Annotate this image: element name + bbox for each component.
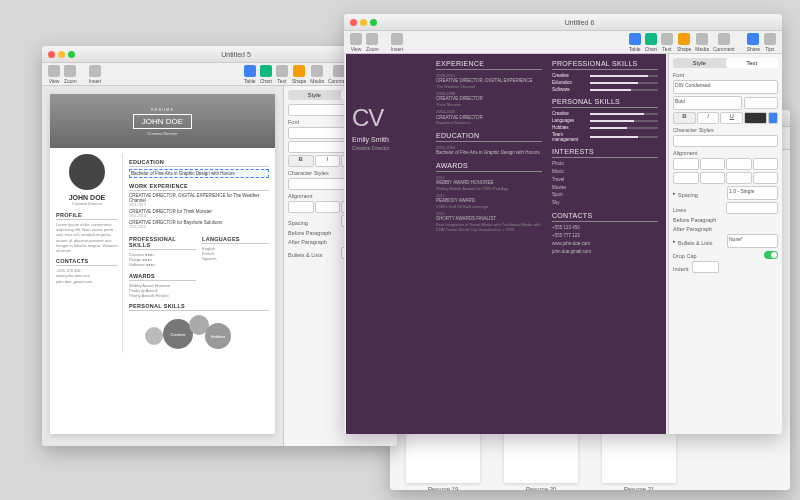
dropcap-toggle[interactable] <box>764 251 778 259</box>
cv-edu-heading: Education <box>436 132 542 142</box>
toolbar-zoom-button[interactable]: Zoom <box>366 33 379 52</box>
toolbar-view-button[interactable]: View <box>350 33 362 52</box>
canvas-1[interactable]: RESUME JOHN DOE Creative Director JOHN D… <box>42 86 283 446</box>
gallery-item-label: Resume 20 <box>526 486 557 490</box>
minimize-icon[interactable] <box>58 51 65 58</box>
hero-subtitle: RESUME <box>151 107 174 112</box>
close-icon[interactable] <box>350 19 357 26</box>
toolbar-table-button[interactable]: Table <box>244 65 256 84</box>
cv-contact-item: john.doe.gmail.com <box>552 249 658 255</box>
lines-input[interactable] <box>726 202 779 214</box>
toolbar-comment-button[interactable]: Comment <box>713 33 735 52</box>
before-para-label: Before Paragraph <box>673 217 778 223</box>
canvas-2[interactable]: CV Emily Smith Creative Director Experie… <box>344 54 668 434</box>
spacing-label: Spacing <box>678 192 725 198</box>
profile-text: Lorem ipsum dolor, consectetur adipiscin… <box>56 222 118 253</box>
toolbar-view-button[interactable]: View <box>48 65 60 84</box>
spacing-select[interactable]: 1.0 - Single <box>727 186 778 200</box>
cv-pers-heading: Personal Skills <box>552 98 658 108</box>
hero-role: Creative Director <box>147 131 177 136</box>
profile-name: JOHN DOE <box>56 194 118 201</box>
titlebar-2[interactable]: Untitled 6 <box>344 14 782 31</box>
zoom-icon[interactable] <box>370 19 377 26</box>
valign-top-button[interactable] <box>726 172 752 184</box>
align-center-button[interactable] <box>700 158 726 170</box>
align-left-button[interactable] <box>673 158 699 170</box>
bubble-hobbies: Hobbies <box>205 323 231 349</box>
bold-button[interactable]: B <box>673 112 696 124</box>
profile-heading: PROFILE <box>56 212 118 220</box>
toolbar-media-button[interactable]: Media <box>695 33 709 52</box>
zoom-icon[interactable] <box>68 51 75 58</box>
skill-row: Hobbies <box>552 125 658 130</box>
inspector-tabs[interactable]: Style Text <box>673 58 778 68</box>
bullets-label: Bullets & Lists <box>288 252 339 258</box>
char-style-select[interactable] <box>673 135 778 147</box>
contact-item: john-doe_gmail.com <box>56 279 118 284</box>
toolbar-zoom-button[interactable]: Zoom <box>64 65 77 84</box>
font-weight-select[interactable]: Bold <box>673 96 742 110</box>
color-button[interactable] <box>744 112 767 124</box>
cv-cont-heading: Contacts <box>552 212 658 222</box>
award-item: Shorty Awards Finalist <box>129 293 196 298</box>
tab-style[interactable]: Style <box>673 58 726 68</box>
toolbar-tips-button[interactable]: Tips <box>764 33 776 52</box>
align-center-button[interactable] <box>315 201 341 213</box>
italic-button[interactable]: I <box>697 112 720 124</box>
interest-item: Sport <box>552 192 658 198</box>
close-icon[interactable] <box>48 51 55 58</box>
cv-page: CV Emily Smith Creative Director Experie… <box>346 54 666 434</box>
align-justify-button[interactable] <box>753 158 779 170</box>
gear-icon[interactable] <box>768 112 778 124</box>
interest-item: Travel <box>552 177 658 183</box>
indent-input[interactable] <box>692 261 719 273</box>
education-heading: EDUCATION <box>129 159 269 167</box>
toolbar-insert-button[interactable]: Insert <box>89 65 102 84</box>
toolbar-share-button[interactable]: Share <box>747 33 760 52</box>
cv-exp-item: 2004-2006CREATIVE DIRECTORBayshore Solut… <box>436 109 542 125</box>
editor-window-2: Untitled 6 ViewZoomInsertTableChartTextS… <box>344 14 782 434</box>
font-family-select[interactable]: DIN Condensed <box>673 80 778 94</box>
toolbar-insert-button[interactable]: Insert <box>391 33 404 52</box>
resume-page: RESUME JOHN DOE Creative Director JOHN D… <box>50 94 275 434</box>
cv-contact-item: +555 777 123 <box>552 233 658 239</box>
avatar <box>69 154 105 190</box>
cv-awards-heading: Awards <box>436 162 542 172</box>
cv-exp-item: 2008-2015CREATIVE DIRECTOR, DIGITAL EXPE… <box>436 73 542 89</box>
toolbar-media-button[interactable]: Media <box>310 65 324 84</box>
selected-text-block[interactable]: Bachelor of Fine Arts in Graphic Design … <box>129 169 269 178</box>
underline-button[interactable]: U <box>720 112 743 124</box>
toolbar-chart-button[interactable]: Chart <box>645 33 657 52</box>
persskills-heading: PERSONAL SKILLS <box>129 303 269 311</box>
indent-inc-button[interactable] <box>700 172 726 184</box>
education-item[interactable]: Bachelor of Fine Arts in Graphic Design … <box>129 169 269 178</box>
indent-dec-button[interactable] <box>673 172 699 184</box>
toolbar-text-button[interactable]: Text <box>661 33 673 52</box>
bubble-small <box>145 327 163 345</box>
bullets-select[interactable]: None* <box>727 234 778 248</box>
after-para-label: After Paragraph <box>673 226 778 232</box>
profskills-heading: PROFESSIONAL SKILLS <box>129 236 196 250</box>
align-right-button[interactable] <box>726 158 752 170</box>
hero-name: JOHN DOE <box>133 114 192 129</box>
interest-item: Photo <box>552 161 658 167</box>
tab-text[interactable]: Text <box>726 58 779 68</box>
cv-role: Creative Director <box>352 145 390 151</box>
toolbar-table-button[interactable]: Table <box>629 33 641 52</box>
font-size-input[interactable] <box>744 97 778 109</box>
toolbar-shape-button[interactable]: Shape <box>292 65 306 84</box>
tab-style[interactable]: Style <box>288 90 341 100</box>
toolbar-text-button[interactable]: Text <box>276 65 288 84</box>
skill-row: Software <box>552 87 658 92</box>
minimize-icon[interactable] <box>360 19 367 26</box>
font-label: Font <box>673 72 778 78</box>
skill-row: Education <box>552 80 658 85</box>
toolbar-chart-button[interactable]: Chart <box>260 65 272 84</box>
cv-prof-heading: Professional Skills <box>552 60 658 70</box>
valign-mid-button[interactable] <box>753 172 779 184</box>
interest-item: Movies <box>552 185 658 191</box>
align-left-button[interactable] <box>288 201 314 213</box>
toolbar-shape-button[interactable]: Shape <box>677 33 691 52</box>
skill-row: Creative <box>552 73 658 78</box>
cv-int-heading: Interests <box>552 148 658 158</box>
